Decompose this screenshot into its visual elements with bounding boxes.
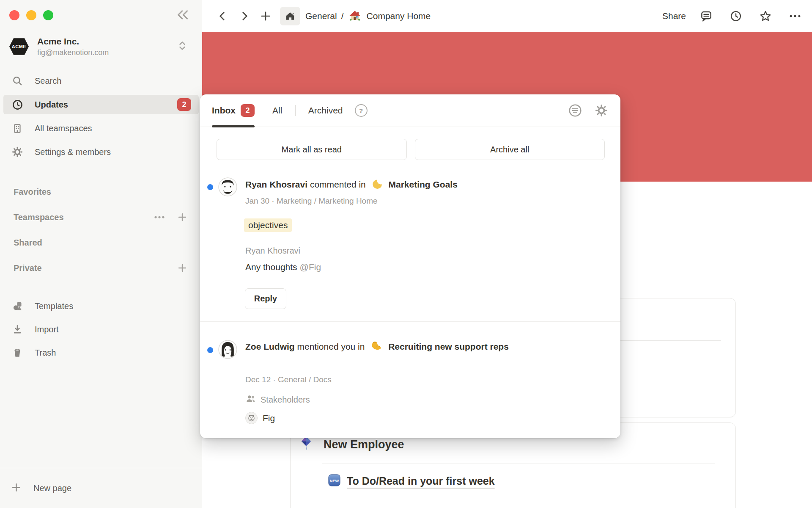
mark-all-read-button[interactable]: Mark all as read xyxy=(217,139,407,160)
sidebar-section-teamspaces[interactable]: Teamspaces xyxy=(0,211,199,224)
topbar-actions: Share xyxy=(662,7,812,25)
updates-tabs-header: Inbox 2 All Archived ? xyxy=(200,94,620,127)
templates-icon xyxy=(11,301,24,312)
notion-app-window: ACME Acme Inc. fig@makenotion.com Search xyxy=(0,0,812,508)
target-page: Recruiting new support reps xyxy=(388,342,509,351)
tab-all[interactable]: All xyxy=(272,94,282,127)
sidebar-item-import[interactable]: Import xyxy=(3,320,199,339)
sidebar-item-trash[interactable]: Trash xyxy=(3,343,199,362)
comment-author: Ryan Khosravi xyxy=(245,246,300,256)
settings-gear-icon[interactable] xyxy=(594,103,609,118)
import-icon xyxy=(11,324,24,335)
workspace-email: fig@makenotion.com xyxy=(37,48,178,57)
workspace-switcher[interactable]: ACME Acme Inc. fig@makenotion.com xyxy=(9,36,193,58)
moon-emoji xyxy=(372,179,383,193)
sidebar: ACME Acme Inc. fig@makenotion.com Search xyxy=(0,0,202,508)
clock-icon xyxy=(11,99,24,110)
sidebar-item-label: Settings & members xyxy=(35,147,111,157)
nav-forward-button[interactable] xyxy=(236,8,253,25)
kite-emoji xyxy=(299,436,313,453)
sidebar-item-label: Updates xyxy=(35,100,68,110)
unread-dot xyxy=(207,184,213,190)
house-emoji xyxy=(348,9,362,23)
breadcrumb: General / Company Home xyxy=(305,9,431,23)
collapse-sidebar-button[interactable] xyxy=(174,7,191,24)
sidebar-divider xyxy=(0,468,202,468)
breadcrumb-root[interactable]: General xyxy=(305,11,337,21)
sidebar-item-label: All teamspaces xyxy=(35,124,92,133)
sidebar-section-shared[interactable]: Shared xyxy=(0,236,199,249)
teamspaces-add-button[interactable] xyxy=(176,211,189,224)
actor-name: Zoe Ludwig xyxy=(245,342,295,351)
tab-archived[interactable]: Archived xyxy=(308,94,343,127)
close-window-button[interactable] xyxy=(9,10,19,20)
star-icon xyxy=(759,10,772,22)
trash-icon xyxy=(11,347,24,358)
breadcrumb-page-title[interactable]: Company Home xyxy=(367,11,431,21)
favorite-button[interactable] xyxy=(756,7,775,25)
sidebar-item-search[interactable]: Search xyxy=(3,71,199,91)
updates-unread-badge: 2 xyxy=(177,98,191,111)
private-add-button[interactable] xyxy=(176,262,189,274)
action-text: mentioned you in xyxy=(297,342,365,351)
share-button[interactable]: Share xyxy=(662,11,686,21)
nav-back-button[interactable] xyxy=(214,8,231,25)
sidebar-item-label: Trash xyxy=(35,348,56,358)
breadcrumb-separator: / xyxy=(341,11,344,21)
ellipsis-icon xyxy=(154,215,165,219)
filter-icon[interactable] xyxy=(568,103,582,118)
sidebar-item-all-teamspaces[interactable]: All teamspaces xyxy=(3,119,199,138)
sidebar-item-settings-members[interactable]: Settings & members xyxy=(3,142,199,162)
teamspaces-more-button[interactable] xyxy=(153,211,166,224)
notification-comment[interactable]: Ryan Khosravi commented in Marketing Goa… xyxy=(200,170,620,321)
inbox-count-badge: 2 xyxy=(241,104,255,117)
sidebar-section-favorites[interactable]: Favorites xyxy=(0,185,199,198)
todo-page-link[interactable]: NEW To Do/Read in your first week xyxy=(328,474,495,489)
new-page-label: New page xyxy=(33,483,71,493)
tab-inbox[interactable]: Inbox 2 xyxy=(212,94,255,127)
new-tab-button[interactable] xyxy=(257,8,274,25)
search-icon xyxy=(11,75,24,86)
muscle-emoji xyxy=(370,340,382,357)
plus-icon xyxy=(177,263,187,273)
workspace-logo: ACME xyxy=(9,38,29,56)
target-page: Marketing Goals xyxy=(389,179,458,189)
new-page-button[interactable]: New page xyxy=(0,478,202,499)
tab-divider xyxy=(295,105,296,116)
comments-button[interactable] xyxy=(697,7,716,25)
zoom-window-button[interactable] xyxy=(43,10,53,20)
window-controls xyxy=(9,10,53,20)
sidebar-section-private[interactable]: Private xyxy=(0,262,199,274)
heading-divider xyxy=(322,464,715,464)
avatar-zoe xyxy=(218,340,237,359)
people-icon xyxy=(245,393,256,406)
svg-text:NEW: NEW xyxy=(330,479,339,483)
chevron-right-icon xyxy=(239,11,250,22)
home-breadcrumb-chip[interactable] xyxy=(280,7,300,25)
plus-icon xyxy=(11,482,22,494)
reply-button[interactable]: Reply xyxy=(245,288,286,309)
help-icon[interactable]: ? xyxy=(355,104,368,117)
notification-meta: Dec 12 · General / Docs xyxy=(245,375,332,384)
plus-icon xyxy=(260,10,272,22)
ellipsis-icon xyxy=(789,14,801,18)
building-icon xyxy=(11,123,24,134)
updates-popover: Inbox 2 All Archived ? xyxy=(200,94,620,438)
notification-mention[interactable]: Zoe Ludwig mentioned you in Recruiting n… xyxy=(200,322,620,438)
sidebar-item-label: Search xyxy=(35,76,61,86)
plus-icon xyxy=(177,212,187,222)
history-button[interactable] xyxy=(727,7,745,25)
comment-text: Any thoughts xyxy=(245,262,297,272)
double-chevron-left-icon xyxy=(176,16,190,22)
comment-context-highlight: objectives xyxy=(244,218,292,232)
minimize-window-button[interactable] xyxy=(26,10,36,20)
section-heading: New Employee xyxy=(324,438,404,451)
sidebar-item-label: Import xyxy=(35,325,59,334)
more-options-button[interactable] xyxy=(786,7,804,25)
topbar: General / Company Home Share xyxy=(202,0,812,32)
sidebar-item-updates[interactable]: Updates 2 xyxy=(3,95,199,114)
todo-link-label: To Do/Read in your first week xyxy=(347,475,495,487)
sidebar-item-templates[interactable]: Templates xyxy=(3,296,199,316)
mention-fig: @Fig xyxy=(300,262,321,272)
archive-all-button[interactable]: Archive all xyxy=(415,139,605,160)
